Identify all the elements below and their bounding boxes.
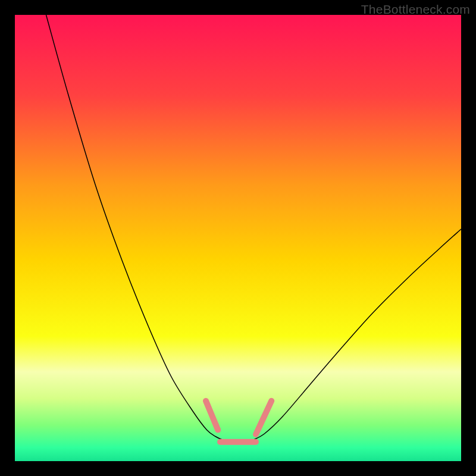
chart-svg <box>15 15 461 461</box>
chart-background <box>15 15 461 461</box>
plot-area <box>15 15 461 461</box>
watermark-text: TheBottleneck.com <box>361 2 470 17</box>
